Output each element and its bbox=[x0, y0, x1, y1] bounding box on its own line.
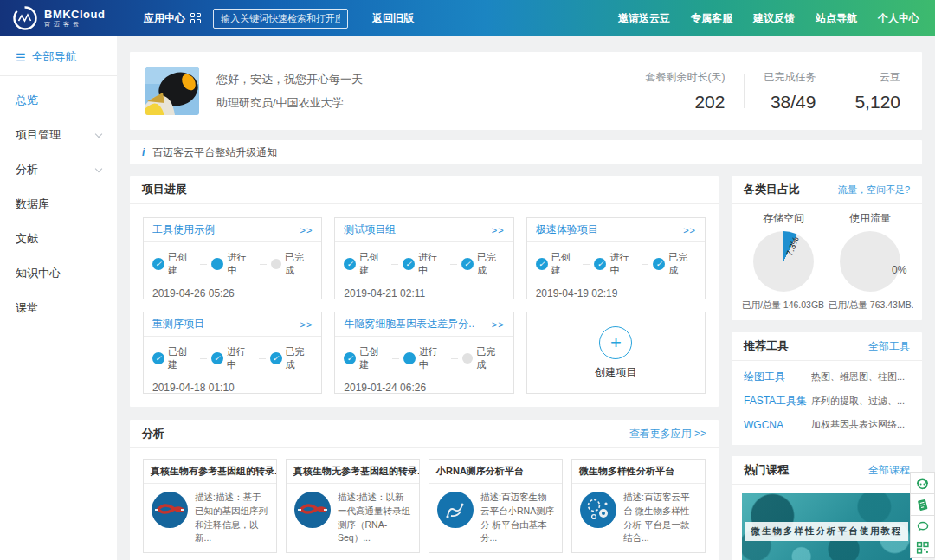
all-tools-link[interactable]: 全部工具 bbox=[868, 339, 910, 354]
check-circle-icon: ✓ bbox=[653, 258, 665, 270]
storage-pie-chart: 7.3% bbox=[753, 231, 814, 292]
tool-link[interactable]: FASTA工具集 bbox=[744, 394, 811, 409]
sidebar-item-literature[interactable]: 文献 bbox=[0, 222, 117, 256]
tools-section-title: 推荐工具 bbox=[744, 338, 789, 354]
sidebar-item-overview[interactable]: 总览 bbox=[0, 83, 117, 118]
project-date: 2019-01-24 06:26 bbox=[335, 371, 513, 394]
avatar bbox=[145, 67, 199, 115]
stat-completed-tasks: 已完成任务 38/49 bbox=[745, 70, 835, 113]
account-stats: 套餐剩余时长(天) 202 已完成任务 38/49 云豆 5,120 bbox=[626, 70, 900, 113]
app-title[interactable]: 微生物多样性分析平台 bbox=[572, 460, 705, 484]
sidebar-item-project-management[interactable]: 项目管理 bbox=[0, 118, 117, 152]
project-date: 2019-04-18 01:10 bbox=[144, 371, 321, 394]
project-card: 工具使用示例 >> ✓已创建 进行中 已完成 2019-04-26 05:26 bbox=[143, 217, 322, 299]
usage-card: 各类目占比 流量，空间不足? 存储空间 7.3% 已用/总量 146.03GB … bbox=[732, 176, 922, 320]
customer-service-button[interactable] bbox=[910, 472, 935, 493]
pending-step-icon bbox=[271, 259, 281, 269]
project-title-link[interactable]: 测试项目组 bbox=[344, 222, 396, 237]
project-date: 2019-04-26 05:26 bbox=[144, 277, 321, 299]
qr-code-button[interactable] bbox=[910, 537, 935, 558]
check-circle-icon: ✓ bbox=[461, 258, 474, 270]
small-rna-icon bbox=[436, 491, 474, 529]
all-nav-label: 全部导航 bbox=[32, 49, 77, 65]
search-input[interactable] bbox=[213, 9, 348, 29]
project-title-link[interactable]: 极速体验项目 bbox=[536, 222, 598, 237]
project-steps: ✓已创建 ✓进行中 ✓已完成 bbox=[335, 242, 513, 277]
storage-pie-title: 存储空间 bbox=[740, 211, 827, 226]
projects-section-title: 项目进展 bbox=[142, 182, 187, 197]
traffic-pie-block: 使用流量 0% 已用/总量 763.43MB... bbox=[827, 211, 913, 312]
notice-link[interactable]: 百迈客云平台整站升级通知 bbox=[152, 145, 277, 160]
project-more-link[interactable]: >> bbox=[300, 225, 313, 235]
search-box bbox=[213, 9, 348, 29]
tool-link[interactable]: 绘图工具 bbox=[744, 370, 811, 384]
app-card[interactable]: 真核生物有参考基因组的转录... 描述:描述：基于已知的基因组序列和注释信息，以… bbox=[143, 459, 277, 553]
pending-step-icon bbox=[462, 353, 473, 364]
check-circle-icon: ✓ bbox=[403, 258, 415, 270]
project-more-link[interactable]: >> bbox=[683, 225, 696, 235]
manual-button[interactable] bbox=[910, 493, 935, 515]
nav-site-map[interactable]: 站点导航 bbox=[816, 11, 857, 26]
hot-courses-card: 热门课程 全部课程 微生物多样性分析平台使用教程 bbox=[732, 456, 922, 560]
dna-ref-icon bbox=[151, 491, 189, 529]
app-center-button[interactable]: 应用中心 bbox=[144, 11, 201, 26]
check-circle-icon: ✓ bbox=[594, 258, 606, 270]
project-date: 2019-04-19 02:19 bbox=[527, 277, 705, 299]
tool-link[interactable]: WGCNA bbox=[744, 419, 811, 431]
nav-personal-center[interactable]: 个人中心 bbox=[878, 11, 919, 26]
qr-code-icon bbox=[915, 540, 930, 555]
recommended-tools-card: 推荐工具 全部工具 绘图工具 热图、维恩图、柱图... FASTA工具集 序列的… bbox=[732, 332, 922, 445]
app-title[interactable]: 小RNA测序分析平台 bbox=[429, 460, 562, 484]
traffic-caption: 已用/总量 763.43MB... bbox=[827, 299, 913, 312]
project-more-link[interactable]: >> bbox=[300, 319, 313, 330]
app-title[interactable]: 真核生物无参考基因组的转录... bbox=[287, 460, 419, 484]
sidebar-item-database[interactable]: 数据库 bbox=[0, 187, 117, 222]
tool-row: WGCNA 加权基因共表达网络... bbox=[744, 418, 910, 431]
project-progress-card: 项目进展 工具使用示例 >> ✓已创建 进行中 bbox=[130, 176, 719, 407]
brand-logo[interactable]: BMKCloud 百迈客云 bbox=[0, 5, 130, 31]
sidebar-item-classroom[interactable]: 课堂 bbox=[0, 291, 117, 325]
project-more-link[interactable]: >> bbox=[492, 225, 505, 235]
app-card[interactable]: 小RNA测序分析平台 描述:百迈客生物云平台小RNA测序分 析平台由基本分... bbox=[429, 459, 563, 553]
chevron-down-icon bbox=[95, 130, 102, 137]
more-apps-link[interactable]: 查看更多应用 >> bbox=[629, 427, 706, 441]
feedback-chat-button[interactable] bbox=[910, 515, 935, 537]
project-more-link[interactable]: >> bbox=[492, 319, 505, 330]
app-card[interactable]: 微生物多样性分析平台 描述:百迈客云平台 bbox=[571, 459, 706, 553]
analysis-section-title: 分析 bbox=[142, 426, 164, 441]
top-bar: BMKCloud 百迈客云 应用中心 返回旧版 邀请送云豆 专属客服 建议反馈 … bbox=[0, 0, 935, 36]
project-title-link[interactable]: 工具使用示例 bbox=[152, 222, 215, 237]
all-courses-link[interactable]: 全部课程 bbox=[868, 463, 910, 478]
bmkcloud-dashboard: BMKCloud 百迈客云 应用中心 返回旧版 邀请送云豆 专属客服 建议反馈 … bbox=[0, 0, 935, 560]
quota-shortage-link[interactable]: 流量，空间不足? bbox=[838, 183, 910, 196]
project-steps: ✓已创建 进行中 已完成 bbox=[335, 337, 513, 371]
welcome-card: 您好，安达，祝您开心每一天 助理研究员/中国农业大学 套餐剩余时长(天) 202… bbox=[130, 52, 922, 130]
project-title-link[interactable]: 牛隐窝细胞基因表达差异分... bbox=[344, 317, 474, 331]
microbe-icon bbox=[579, 491, 617, 529]
app-center-label: 应用中心 bbox=[144, 11, 185, 26]
back-old-version-link[interactable]: 返回旧版 bbox=[372, 11, 414, 26]
current-step-icon bbox=[403, 352, 416, 364]
app-card[interactable]: 真核生物无参考基因组的转录... 描述:描述：以新一代高通量转录组测序（RNA-… bbox=[286, 459, 420, 553]
project-card: 极速体验项目 >> ✓已创建 ✓进行中 ✓已完成 2019-04-19 02:1… bbox=[526, 217, 706, 299]
project-steps: ✓已创建 ✓进行中 ✓已完成 bbox=[144, 337, 321, 371]
current-step-icon bbox=[211, 258, 223, 270]
check-circle-icon: ✓ bbox=[536, 258, 548, 270]
sidebar-item-analysis[interactable]: 分析 bbox=[0, 152, 117, 187]
sidebar-item-knowledge-center[interactable]: 知识中心 bbox=[0, 256, 117, 291]
create-project-button[interactable]: + 创建项目 bbox=[526, 312, 706, 394]
app-description: 描述:百迈客云平台 微生物多样性分析 平台是一款结合... bbox=[623, 491, 698, 545]
course-thumbnail[interactable]: 微生物多样性分析平台使用教程 bbox=[742, 493, 912, 560]
headset-icon bbox=[915, 476, 930, 491]
create-project-label: 创建项目 bbox=[595, 365, 636, 380]
tool-description: 热图、维恩图、柱图... bbox=[811, 370, 905, 383]
project-title-link[interactable]: 重测序项目 bbox=[152, 317, 204, 331]
nav-invite-beans[interactable]: 邀请送云豆 bbox=[618, 11, 670, 26]
nav-feedback[interactable]: 建议反馈 bbox=[753, 11, 795, 26]
nav-customer-service[interactable]: 专属客服 bbox=[691, 11, 732, 26]
sidebar: ☰ 全部导航 总览 项目管理 分析 数据库 文献 知识中心 课堂 bbox=[0, 36, 117, 560]
all-navigation-button[interactable]: ☰ 全部导航 bbox=[0, 36, 117, 76]
app-title[interactable]: 真核生物有参考基因组的转录... bbox=[144, 460, 276, 484]
stat-remaining-days: 套餐剩余时长(天) 202 bbox=[626, 70, 744, 113]
tool-description: 加权基因共表达网络... bbox=[811, 418, 905, 431]
